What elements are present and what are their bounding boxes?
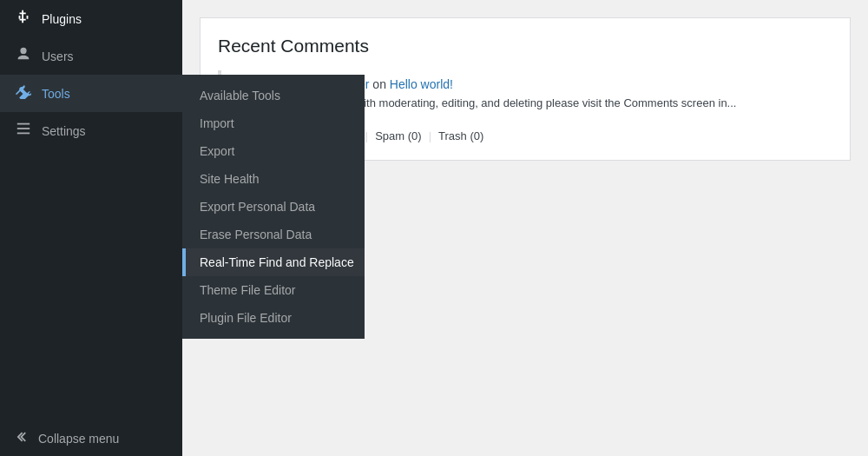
collapse-icon (14, 429, 30, 447)
submenu-item-site-health[interactable]: Site Health (182, 165, 365, 193)
settings-icon (14, 121, 33, 141)
comment-post-link[interactable]: Hello world! (390, 77, 453, 91)
tools-icon (14, 83, 33, 103)
sidebar-item-plugins-label: Plugins (42, 12, 82, 26)
sidebar-item-users[interactable]: Users (0, 37, 182, 75)
collapse-menu-label: Collapse menu (38, 432, 119, 446)
sidebar-item-plugins[interactable]: Plugins (0, 0, 182, 37)
submenu-item-export[interactable]: Export (182, 137, 365, 165)
submenu-item-erase-personal-data[interactable]: Erase Personal Data (182, 221, 365, 248)
svg-rect-0 (17, 123, 30, 125)
sidebar-item-users-label: Users (42, 50, 74, 63)
sidebar-item-settings-label: Settings (42, 124, 86, 138)
submenu-item-theme-file-editor[interactable]: Theme File Editor (182, 276, 365, 304)
plugins-icon (14, 9, 33, 29)
spam-link[interactable]: Spam (0) (375, 129, 421, 142)
submenu-item-real-time-find-replace[interactable]: Real-Time Find and Replace (182, 248, 365, 276)
submenu-item-export-personal-data[interactable]: Export Personal Data (182, 193, 365, 221)
svg-rect-2 (17, 133, 30, 135)
submenu-item-available-tools[interactable]: Available Tools (182, 82, 365, 109)
users-icon (14, 46, 33, 66)
section-title: Recent Comments (218, 36, 832, 56)
submenu-item-plugin-file-editor[interactable]: Plugin File Editor (182, 304, 365, 332)
tools-submenu: Available Tools Import Export Site Healt… (182, 75, 365, 339)
collapse-menu-button[interactable]: Collapse menu (0, 420, 182, 456)
sidebar-item-settings[interactable]: Settings (0, 112, 182, 149)
sidebar-item-tools-label: Tools (42, 87, 70, 101)
sidebar-item-tools[interactable]: Tools (0, 75, 182, 112)
submenu-item-import[interactable]: Import (182, 109, 365, 137)
sidebar: Plugins Users Tools Settings (0, 0, 182, 456)
svg-rect-1 (17, 128, 30, 129)
trash-link[interactable]: Trash (0) (438, 129, 483, 142)
